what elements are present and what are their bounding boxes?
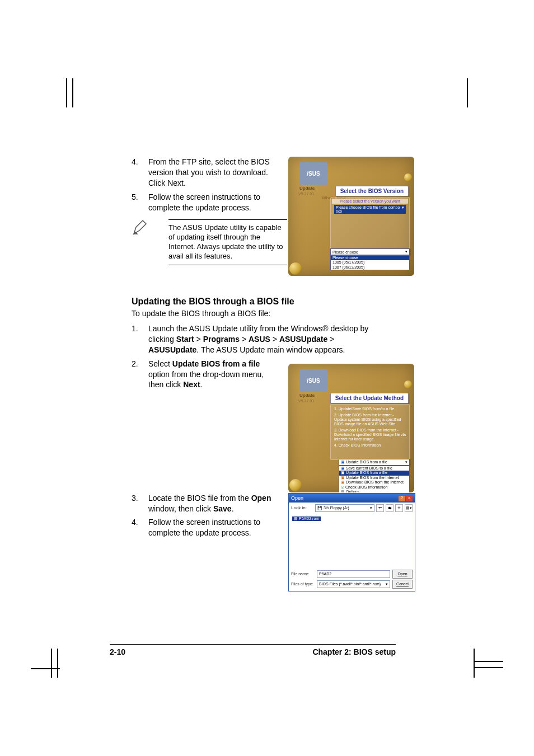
method-item[interactable]: ▤ Options <box>339 490 409 492</box>
dialog-titlebar: Open ?× <box>289 494 415 503</box>
instruction-text: Please select the version you want <box>332 199 408 204</box>
open-file-dialog: Open ?× Look in: 💾 3½ Floppy (A:)▾ ⮨ 🖿 ✳… <box>288 493 415 591</box>
instruction-panel: Please select the version you want Pleas… <box>330 197 410 250</box>
method-item[interactable]: ▣ Update BIOS from the Internet <box>339 476 409 480</box>
section-heading: Updating the BIOS through a BIOS file <box>132 297 395 307</box>
asus-logo: /SUS <box>299 369 327 392</box>
method-dropdown-list[interactable]: ▣ Save current BIOS to a file ▣ Update B… <box>339 466 410 492</box>
note-block: The ASUS Update utility is capable of up… <box>132 219 271 265</box>
version-option[interactable]: Please choose <box>331 256 409 260</box>
new-folder-icon[interactable]: ✳ <box>395 504 403 512</box>
note-text: The ASUS Update utility is capable of up… <box>168 219 287 265</box>
file-listing[interactable]: ▤ P5AD2.rom <box>291 515 413 567</box>
method-option: 1. Update/Save BIOS from/to a file. <box>334 407 406 411</box>
filetype-dropdown[interactable]: BIOS Files (*.awd/*.bin/*.ami/*.rom)▾ <box>317 580 390 588</box>
step-text: Follow the screen instructions to comple… <box>148 517 271 538</box>
step-number: 4. <box>132 157 148 189</box>
step-number: 2. <box>132 359 148 391</box>
method-options-panel: 1. Update/Save BIOS from/to a file. 2. U… <box>330 404 410 460</box>
step-number: 5. <box>132 192 148 213</box>
view-icon[interactable]: ▤▾ <box>405 504 413 512</box>
open-button[interactable]: Open <box>392 570 413 579</box>
method-option: 2. Update BIOS from the Internet - Updat… <box>334 413 406 426</box>
step-1: 1. Launch the ASUS Update utility from t… <box>132 323 372 355</box>
screenshot-select-update-method: /SUS Update V5.27.01 Select the Update M… <box>288 364 414 492</box>
version-dropdown-list[interactable]: Please choose 1005 (05/17/2005) 1007 (06… <box>330 255 410 270</box>
step-text: Follow the screen instructions to comple… <box>148 192 271 213</box>
method-option: 3. Download BIOS from the Internet - Dow… <box>334 428 406 442</box>
footer-rule <box>110 644 396 645</box>
filename-input[interactable]: P5AD2 <box>317 570 390 578</box>
update-label: Update <box>299 393 315 398</box>
filetype-label: Files of type: <box>291 582 315 586</box>
lookin-label: Look in: <box>291 505 313 510</box>
method-dropdown[interactable]: ▣ Update BIOS from a file▾ <box>339 459 410 466</box>
version-dropdown[interactable]: Please choose▾ <box>330 248 410 255</box>
cancel-button[interactable]: Cancel <box>392 580 413 589</box>
step-number: 3. <box>132 493 148 514</box>
asus-logo: /SUS <box>299 162 327 185</box>
step-text: From the FTP site, select the BIOS versi… <box>148 157 271 189</box>
pencil-icon <box>132 219 148 236</box>
combo-highlight[interactable]: Please choose BIOS file from combo box▾ <box>334 205 406 214</box>
chapter-title: Chapter 2: BIOS setup <box>312 647 396 656</box>
version-option[interactable]: 1007 (06/13/2005) <box>331 265 409 270</box>
help-icon[interactable]: ? <box>399 496 405 501</box>
back-icon[interactable]: ⮨ <box>376 504 384 512</box>
banner-title: Select the BIOS Version <box>335 186 409 196</box>
method-item[interactable]: ▣ Update BIOS from a file <box>339 471 409 475</box>
screenshot-select-bios-version: /SUS Update V5.27.01 Whats New Select th… <box>288 157 414 276</box>
page-number: 2-10 <box>110 647 125 656</box>
method-option: 4. Check BIOS Information <box>334 443 406 448</box>
page-content: 4. From the FTP site, select the BIOS ve… <box>132 157 395 599</box>
page-footer: 2-10 Chapter 2: BIOS setup <box>110 647 396 656</box>
step-text: Launch the ASUS Update utility from the … <box>148 323 372 355</box>
method-item[interactable]: ◎ Check BIOS Information <box>339 485 409 490</box>
step-number: 4. <box>132 517 148 538</box>
update-label: Update <box>299 186 315 191</box>
method-item[interactable]: ▣ Download BIOS from the Internet <box>339 480 409 485</box>
dialog-title: Open <box>291 495 303 501</box>
lookin-dropdown[interactable]: 💾 3½ Floppy (A:)▾ <box>315 504 374 512</box>
orb-icon <box>289 262 302 275</box>
orb-icon <box>404 381 412 388</box>
orb-icon <box>404 173 412 181</box>
close-icon[interactable]: × <box>406 496 413 501</box>
banner-title: Select the Update Method <box>330 393 409 403</box>
step-4b: 4. Follow the screen instructions to com… <box>132 517 271 538</box>
step-text: Select Update BIOS from a file option fr… <box>148 359 271 391</box>
step-3: 3. Locate the BIOS file from the Open wi… <box>132 493 271 514</box>
version-option[interactable]: 1005 (05/17/2005) <box>331 260 409 265</box>
step-4: 4. From the FTP site, select the BIOS ve… <box>132 157 271 189</box>
version-label: V5.27.01 <box>298 192 314 196</box>
filename-label: File name: <box>291 572 315 576</box>
up-icon[interactable]: 🖿 <box>386 504 394 512</box>
file-item[interactable]: ▤ P5AD2.rom <box>292 516 321 521</box>
step-text: Locate the BIOS file from the Open windo… <box>148 493 271 514</box>
step-2: 2. Select Update BIOS from a file option… <box>132 359 271 391</box>
section-subheading: To update the BIOS through a BIOS file: <box>132 309 395 318</box>
orb-icon <box>289 479 302 491</box>
version-label: V5.27.01 <box>298 399 314 403</box>
step-5: 5. Follow the screen instructions to com… <box>132 192 271 213</box>
step-number: 1. <box>132 323 148 355</box>
method-item[interactable]: ▣ Save current BIOS to a file <box>339 466 409 471</box>
